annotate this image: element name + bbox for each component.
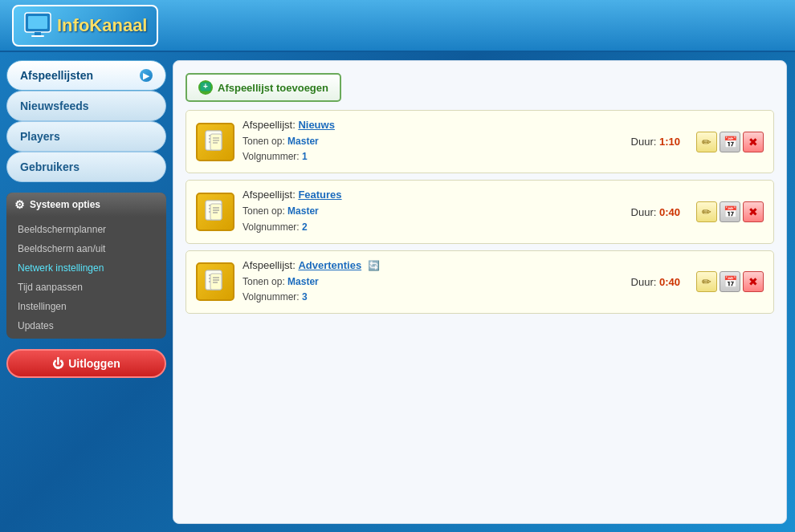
plus-icon: + [198, 80, 213, 95]
layout: Afspeellijsten▶NieuwsfeedsPlayersGebruik… [0, 52, 795, 532]
nav-item-gebruikers[interactable]: Gebruikers [6, 152, 166, 182]
playlist-title-link[interactable]: Features [298, 189, 341, 201]
delete-button[interactable]: ✖ [743, 132, 764, 152]
systeem-title: Systeem opties [30, 199, 100, 210]
playlist-info: Afspeellijst: Advertenties 🔄 Tonen op: M… [243, 259, 623, 305]
svg-rect-2 [35, 32, 41, 35]
playlist-item-1: Afspeellijst: Nieuws Tonen op: Master Vo… [186, 110, 774, 173]
edit-button[interactable]: ✏ [696, 271, 717, 292]
svg-text:+: + [203, 82, 208, 91]
nav-items: Afspeellijsten▶NieuwsfeedsPlayersGebruik… [6, 60, 166, 182]
systeem-item-tijd-aanpassen[interactable]: Tijd aanpassen [6, 278, 166, 297]
gear-icon: ⚙ [14, 198, 25, 211]
playlist-title-link[interactable]: Advertenties [298, 259, 361, 271]
playlist-icon-box [196, 193, 234, 231]
nav-label: Gebruikers [20, 160, 80, 173]
logout-label: Uitloggen [68, 357, 120, 370]
playlist-duration: Duur: 0:40 [631, 206, 680, 218]
playlist-duration: Duur: 1:10 [631, 136, 680, 148]
sidebar: Afspeellijsten▶NieuwsfeedsPlayersGebruik… [0, 52, 173, 532]
main-content: + Afspeellijst toevoegen Afspeellijst: N [173, 60, 787, 524]
edit-button[interactable]: ✏ [696, 201, 717, 222]
playlist-meta: Tonen op: Master Volgnummer: 2 [243, 204, 623, 234]
playlist-title: Afspeellijst: Nieuws [243, 119, 623, 131]
logout-button[interactable]: ⏻ Uitloggen [6, 349, 166, 378]
svg-rect-29 [210, 274, 222, 290]
schedule-button[interactable]: 📅 [720, 271, 740, 292]
playlist-actions: ✏ 📅 ✖ [696, 201, 764, 222]
svg-rect-1 [28, 16, 47, 29]
systeem-menu: BeeldschermplannerBeeldscherm aan/uitNet… [6, 217, 166, 339]
nav-arrow-icon: ▶ [140, 69, 153, 82]
playlist-icon-box [196, 262, 234, 301]
playlist-title: Afspeellijst: Features [243, 189, 623, 201]
playlist-title: Afspeellijst: Advertenties 🔄 [243, 259, 623, 271]
nav-label: Afspeellijsten [20, 69, 93, 82]
playlist-meta: Tonen op: Master Volgnummer: 1 [243, 134, 623, 164]
playlist-doc-icon [202, 269, 228, 294]
nav-label: Nieuwsfeeds [20, 99, 89, 112]
systeem-box: ⚙ Systeem opties BeeldschermplannerBeeld… [6, 193, 166, 339]
svg-rect-11 [210, 134, 222, 150]
systeem-header: ⚙ Systeem opties [6, 193, 166, 217]
playlist-item-3: Afspeellijst: Advertenties 🔄 Tonen op: M… [186, 250, 774, 314]
edit-button[interactable]: ✏ [696, 132, 717, 152]
playlist-actions: ✏ 📅 ✖ [696, 271, 764, 292]
playlist-title-link[interactable]: Nieuws [298, 119, 335, 131]
nav-item-afspeellijsten[interactable]: Afspeellijsten▶ [6, 60, 166, 91]
logo: InfoKanaal [12, 5, 158, 47]
schedule-button[interactable]: 📅 [720, 132, 740, 152]
playlist-doc-icon [202, 129, 228, 155]
systeem-item-netwerk-instellingen[interactable]: Netwerk instellingen [6, 258, 166, 278]
svg-rect-20 [210, 204, 222, 220]
playlist-duration: Duur: 0:40 [631, 276, 680, 288]
add-playlist-button[interactable]: + Afspeellijst toevoegen [186, 73, 341, 102]
playlist-doc-icon [202, 199, 228, 225]
playlist-list: Afspeellijst: Nieuws Tonen op: Master Vo… [186, 110, 774, 314]
nav-item-players[interactable]: Players [6, 121, 166, 152]
playlist-actions: ✏ 📅 ✖ [696, 132, 764, 152]
delete-button[interactable]: ✖ [743, 201, 764, 222]
systeem-item-beeldschermplanner[interactable]: Beeldschermplanner [6, 220, 166, 239]
add-button-label: Afspeellijst toevoegen [218, 82, 328, 94]
playlist-meta: Tonen op: Master Volgnummer: 3 [243, 274, 623, 305]
systeem-item-instellingen[interactable]: Instellingen [6, 297, 166, 316]
logout-icon: ⏻ [52, 357, 63, 370]
systeem-item-beeldscherm-aan-uit[interactable]: Beeldscherm aan/uit [6, 239, 166, 258]
schedule-button[interactable]: 📅 [720, 201, 740, 222]
playlist-icon-box [196, 123, 234, 161]
sync-icon[interactable]: 🔄 [368, 260, 380, 271]
nav-label: Players [20, 130, 60, 143]
playlist-item-2: Afspeellijst: Features Tonen op: Master … [186, 180, 774, 243]
playlist-info: Afspeellijst: Nieuws Tonen op: Master Vo… [243, 119, 623, 164]
logo-text: InfoKanaal [57, 15, 147, 36]
logo-icon [23, 11, 52, 40]
playlist-info: Afspeellijst: Features Tonen op: Master … [243, 189, 623, 234]
header: InfoKanaal [0, 0, 795, 52]
delete-button[interactable]: ✖ [743, 271, 764, 292]
systeem-item-updates[interactable]: Updates [6, 316, 166, 335]
svg-rect-3 [31, 35, 44, 37]
nav-item-nieuwsfeeds[interactable]: Nieuwsfeeds [6, 91, 166, 121]
